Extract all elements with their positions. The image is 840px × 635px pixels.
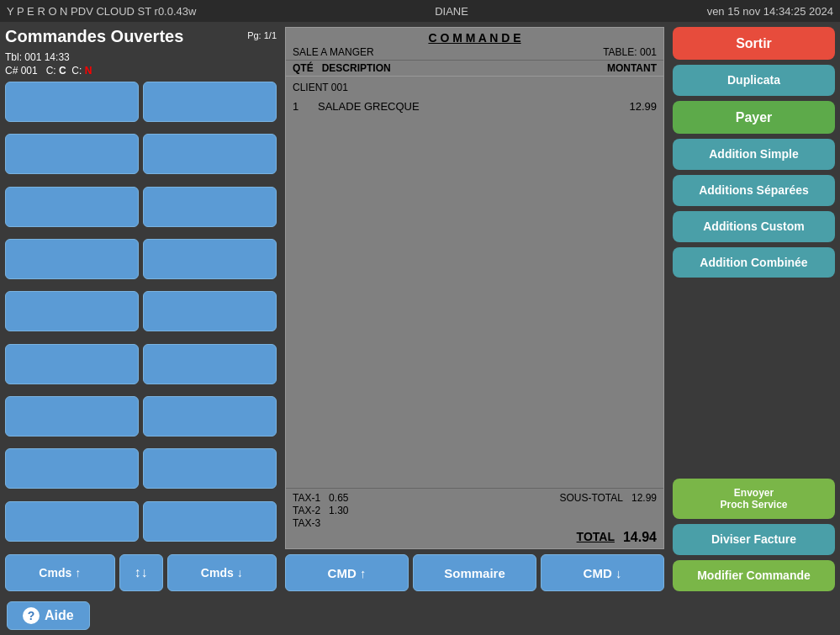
order-cols: QTÉ DESCRIPTION MONTANT — [286, 61, 663, 77]
tax3-label: TAX-3 — [293, 517, 320, 529]
cmd-btn-1[interactable] — [5, 82, 139, 122]
left-bottom-btns: Cmds ↑ ↕↓ Cmds ↓ — [5, 554, 277, 591]
cmd-btn-5[interactable] — [5, 187, 139, 227]
footer-row-tax3: TAX-3 — [293, 517, 657, 529]
titlebar: Y P E R O N PDV CLOUD ST r0.0.43w DIANE … — [0, 0, 840, 22]
app-title: Y P E R O N PDV CLOUD ST r0.0.43w — [7, 5, 196, 18]
c-bold: C — [59, 65, 66, 77]
total-row: TOTAL 14.94 — [293, 530, 657, 545]
order-location: SALE A MANGER — [293, 46, 374, 58]
col-desc: DESCRIPTION — [322, 62, 607, 74]
item-amount: 12.99 — [606, 100, 657, 113]
envoyer-button[interactable]: Envoyer Proch Service — [673, 479, 835, 520]
addition-simple-button[interactable]: Addition Simple — [673, 139, 835, 170]
client-num: C# 001 C: — [5, 65, 59, 77]
cmds-down-button[interactable]: Cmds ↓ — [167, 554, 277, 591]
aide-button[interactable]: ? Aide — [7, 601, 90, 630]
order-subheader: SALE A MANGER TABLE: 001 — [293, 46, 657, 58]
additions-custom-button[interactable]: Additions Custom — [673, 211, 835, 242]
cmd-btn-15[interactable] — [5, 448, 139, 489]
item-desc: SALADE GRECQUE — [318, 100, 606, 113]
spacer — [673, 283, 835, 473]
order-footer: TAX-1 0.65 SOUS-TOTAL 12.99 TAX-2 1.30 T… — [286, 488, 663, 548]
client-info: C# 001 C: C C: N — [5, 65, 277, 77]
tax1: TAX-1 0.65 — [293, 492, 348, 504]
order-body: CLIENT 001 1 SALADE GRECQUE 12.99 — [286, 77, 663, 488]
bottom-bar: ? Aide — [0, 596, 840, 635]
footer-row-taxes: TAX-1 0.65 SOUS-TOTAL 12.99 — [293, 492, 657, 504]
order-box: C O M M A N D E SALE A MANGER TABLE: 001… — [285, 27, 664, 549]
total-val: 14.94 — [623, 530, 657, 545]
modifier-commande-button[interactable]: Modifier Commande — [673, 560, 835, 591]
right-panel: Sortir Duplicata Payer Addition Simple A… — [668, 22, 840, 596]
total-label: TOTAL — [577, 530, 615, 545]
order-bottom-btns: CMD ↑ Sommaire CMD ↓ — [285, 554, 664, 591]
cmd-btn-13[interactable] — [5, 396, 139, 437]
payer-button[interactable]: Payer — [673, 101, 835, 134]
cmd-buttons-grid — [5, 82, 277, 549]
datetime: ven 15 nov 14:34:25 2024 — [707, 5, 833, 18]
sous-total-label: SOUS-TOTAL — [559, 492, 623, 504]
addition-combinee-button[interactable]: Addition Combinée — [673, 247, 835, 278]
sortir-button[interactable]: Sortir — [673, 27, 835, 60]
cmd-btn-6[interactable] — [143, 187, 277, 227]
left-panel: Commandes Ouvertes Pg: 1/1 Tbl: 001 14:3… — [0, 22, 282, 596]
cmds-up-button[interactable]: Cmds ↑ — [5, 554, 115, 591]
diviser-facture-button[interactable]: Diviser Facture — [673, 524, 835, 555]
cmd-btn-10[interactable] — [143, 291, 277, 331]
cmd-btn-4[interactable] — [143, 134, 277, 174]
cmd-btn-3[interactable] — [5, 134, 139, 174]
aide-label: Aide — [45, 608, 74, 623]
table-info: Tbl: 001 14:33 — [5, 51, 277, 63]
cmd-btn-16[interactable] — [143, 448, 277, 489]
cmd-btn-7[interactable] — [5, 239, 139, 279]
cmd-btn-14[interactable] — [143, 396, 277, 437]
page-info: Pg: 1/1 — [247, 30, 277, 40]
sommaire-button[interactable]: Sommaire — [413, 554, 536, 591]
additions-separees-button[interactable]: Additions Séparées — [673, 175, 835, 206]
tax2: TAX-2 1.30 — [293, 505, 348, 516]
item-qty: 1 — [293, 100, 318, 113]
cmd-up-button[interactable]: CMD ↑ — [285, 554, 409, 591]
sous-total-val: 12.99 — [631, 492, 657, 504]
col-amount: MONTANT — [607, 62, 657, 74]
footer-taxes: TAX-1 0.65 — [293, 492, 348, 504]
duplicata-button[interactable]: Duplicata — [673, 65, 835, 96]
cmd-btn-8[interactable] — [143, 239, 277, 279]
question-icon: ? — [23, 607, 40, 624]
order-table: TABLE: 001 — [603, 46, 657, 58]
client-sep: C: — [66, 65, 85, 77]
c-red: N — [85, 65, 92, 77]
cmd-btn-18[interactable] — [143, 501, 277, 542]
swap-button[interactable]: ↕↓ — [119, 554, 163, 591]
center-panel: C O M M A N D E SALE A MANGER TABLE: 001… — [282, 22, 668, 596]
client-label: CLIENT 001 — [293, 82, 657, 93]
cmd-title: Commandes Ouvertes — [5, 27, 244, 46]
order-item: 1 SALADE GRECQUE 12.99 — [293, 100, 657, 113]
order-header: C O M M A N D E SALE A MANGER TABLE: 001 — [286, 28, 663, 61]
col-qty: QTÉ — [293, 62, 314, 74]
sous-total-row: SOUS-TOTAL 12.99 — [559, 492, 657, 504]
footer-row-tax2: TAX-2 1.30 — [293, 505, 657, 516]
cmd-btn-17[interactable] — [5, 501, 139, 542]
cmd-btn-11[interactable] — [5, 344, 139, 384]
user-name: DIANE — [435, 5, 468, 18]
cmd-down-button[interactable]: CMD ↓ — [541, 554, 664, 591]
cmd-btn-12[interactable] — [143, 344, 277, 384]
order-header-title: C O M M A N D E — [293, 31, 657, 45]
cmd-btn-2[interactable] — [143, 82, 277, 122]
cmd-btn-9[interactable] — [5, 291, 139, 331]
